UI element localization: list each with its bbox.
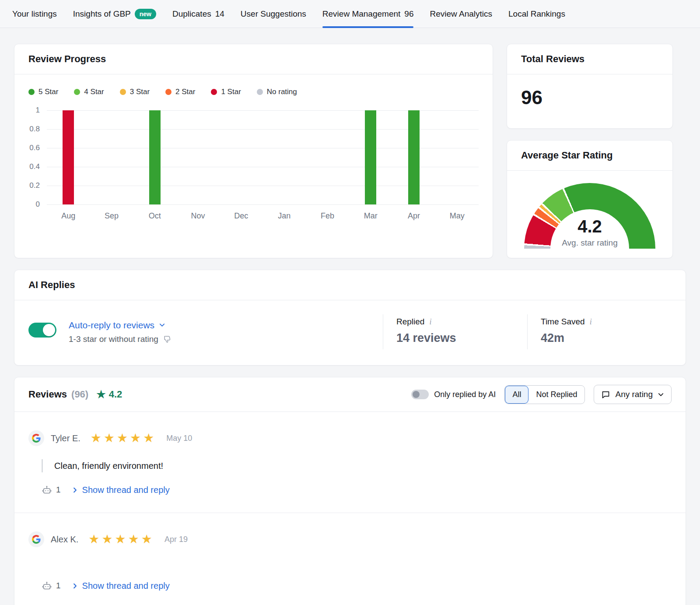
tab-review-management[interactable]: Review Management96 xyxy=(322,0,414,28)
new-badge: new xyxy=(135,9,156,19)
reviews-count: (96) xyxy=(71,389,88,400)
legend-label: 3 Star xyxy=(130,88,150,96)
total-reviews-card: Total Reviews 96 xyxy=(507,44,673,129)
only-replied-by-ai-toggle[interactable] xyxy=(411,390,429,399)
x-tick-label: May xyxy=(435,211,479,221)
replied-label: Replied xyxy=(396,317,424,327)
tab-label: Review Management xyxy=(322,9,400,19)
y-tick-label: 0.8 xyxy=(29,125,40,134)
gauge-caption: Avg. star rating xyxy=(524,238,655,248)
bar-mar-5-star xyxy=(365,110,376,204)
ai-robot-icon xyxy=(42,485,52,495)
legend-item-1-star: 1 Star xyxy=(211,88,241,96)
thumbs-down-icon xyxy=(163,335,172,344)
tab-label: Review Analytics xyxy=(430,9,492,19)
ai-robot-icon xyxy=(42,580,52,591)
gauge-value: 4.2 xyxy=(524,218,655,235)
bar-aug-1-star xyxy=(63,110,74,204)
review-progress-card: Review Progress 5 Star4 Star3 Star2 Star… xyxy=(14,44,493,258)
tab-duplicates[interactable]: Duplicates14 xyxy=(172,0,224,28)
ai-reply-count: 1 xyxy=(56,581,61,591)
chevron-down-icon xyxy=(159,322,165,328)
reply-filter-segmented-control: All Not Replied xyxy=(504,385,585,404)
tab-label: User Suggestions xyxy=(241,9,306,19)
google-logo-icon xyxy=(28,430,44,446)
tab-label: Insights of GBP xyxy=(73,9,131,19)
x-tick-label: Aug xyxy=(47,211,90,221)
chevron-right-icon xyxy=(72,583,78,589)
tab-insights-of-gbp[interactable]: Insights of GBPnew xyxy=(73,0,156,28)
toggle-knob xyxy=(43,324,55,336)
reviews-title: Reviews xyxy=(28,389,67,400)
info-icon[interactable]: i xyxy=(429,318,431,326)
rating-filter-label: Any rating xyxy=(615,390,653,399)
review-date: May 10 xyxy=(166,434,192,443)
tab-count: 14 xyxy=(215,9,224,19)
auto-reply-link[interactable]: Auto-reply to reviews xyxy=(69,320,172,331)
reviews-card: Reviews (96) ★ 4.2 Only replied by AI Al… xyxy=(14,377,686,605)
auto-reply-subtitle: 1-3 star or without rating xyxy=(69,334,158,344)
y-tick-label: 1 xyxy=(36,106,40,115)
tab-label: Local Rankings xyxy=(508,9,565,19)
tab-review-analytics[interactable]: Review Analytics xyxy=(430,0,492,28)
review-progress-chart: 00.20.40.60.81 AugSepOctNovDecJanFebMarA… xyxy=(14,96,493,221)
show-thread-link[interactable]: Show thread and reply xyxy=(82,485,170,495)
chevron-down-icon xyxy=(658,391,664,398)
average-star-rating-title: Average Star Rating xyxy=(507,141,672,171)
y-tick-label: 0.2 xyxy=(29,181,40,190)
bar-apr-5-star xyxy=(408,110,420,204)
x-tick-label: Dec xyxy=(220,211,263,221)
legend-label: 5 Star xyxy=(38,88,58,96)
auto-reply-toggle[interactable] xyxy=(28,323,56,338)
y-tick-label: 0.4 xyxy=(29,162,40,171)
review-item: Tyler E. ★★★★★ May 10 Clean, friendly en… xyxy=(14,412,686,513)
bar-oct-5-star xyxy=(149,110,161,204)
legend-dot xyxy=(165,89,172,95)
reviews-list: Tyler E. ★★★★★ May 10 Clean, friendly en… xyxy=(14,412,686,605)
legend-item-4-star: 4 Star xyxy=(74,88,104,96)
legend-dot xyxy=(257,89,263,95)
ai-replies-card: AI Replies Auto-reply to reviews 1-3 sta… xyxy=(14,270,686,366)
legend-dot xyxy=(74,89,80,95)
legend-label: No rating xyxy=(267,88,297,96)
legend-label: 2 Star xyxy=(175,88,195,96)
x-tick-label: Jan xyxy=(263,211,306,221)
tab-label: Duplicates xyxy=(172,9,211,19)
chart-y-axis: 00.20.40.60.81 xyxy=(26,110,47,204)
rating-filter-dropdown[interactable]: Any rating xyxy=(594,385,672,404)
star-rating-gauge: 4.2 Avg. star rating xyxy=(524,183,655,249)
toggle-knob xyxy=(413,391,420,398)
tab-count: 96 xyxy=(404,9,413,19)
filter-not-replied-button[interactable]: Not Replied xyxy=(528,386,584,404)
legend-item-5-star: 5 Star xyxy=(28,88,58,96)
legend-dot xyxy=(28,89,35,95)
google-logo-icon xyxy=(28,531,44,547)
rating-star-icon: ★ xyxy=(96,389,106,400)
review-date: Apr 19 xyxy=(164,535,188,544)
legend-dot xyxy=(120,89,126,95)
legend-label: 1 Star xyxy=(221,88,241,96)
review-text: Clean, friendly environment! xyxy=(42,459,672,472)
reviewer-name: Tyler E. xyxy=(51,433,80,443)
reviewer-name: Alex K. xyxy=(51,535,78,545)
gridline xyxy=(47,204,479,205)
legend-item-3-star: 3 Star xyxy=(120,88,150,96)
tab-label: Your listings xyxy=(12,9,57,19)
star-rating: ★★★★★ xyxy=(91,432,157,444)
only-replied-by-ai-label: Only replied by AI xyxy=(434,390,496,399)
x-tick-label: Apr xyxy=(392,211,436,221)
chart-plot-area xyxy=(47,110,479,204)
chat-bubble-icon xyxy=(601,390,610,399)
time-saved-value: 42m xyxy=(541,331,672,345)
info-icon[interactable]: i xyxy=(590,318,592,326)
filter-all-button[interactable]: All xyxy=(505,386,528,404)
tab-your-listings[interactable]: Your listings xyxy=(12,0,57,28)
tab-local-rankings[interactable]: Local Rankings xyxy=(508,0,565,28)
replied-stat: Replied i 14 reviews xyxy=(383,314,527,349)
show-thread-link[interactable]: Show thread and reply xyxy=(82,581,170,591)
chart-legend: 5 Star4 Star3 Star2 Star1 StarNo rating xyxy=(14,74,493,96)
replied-value: 14 reviews xyxy=(396,331,527,345)
legend-label: 4 Star xyxy=(84,88,104,96)
ai-reply-count: 1 xyxy=(56,485,61,495)
tab-user-suggestions[interactable]: User Suggestions xyxy=(241,0,306,28)
